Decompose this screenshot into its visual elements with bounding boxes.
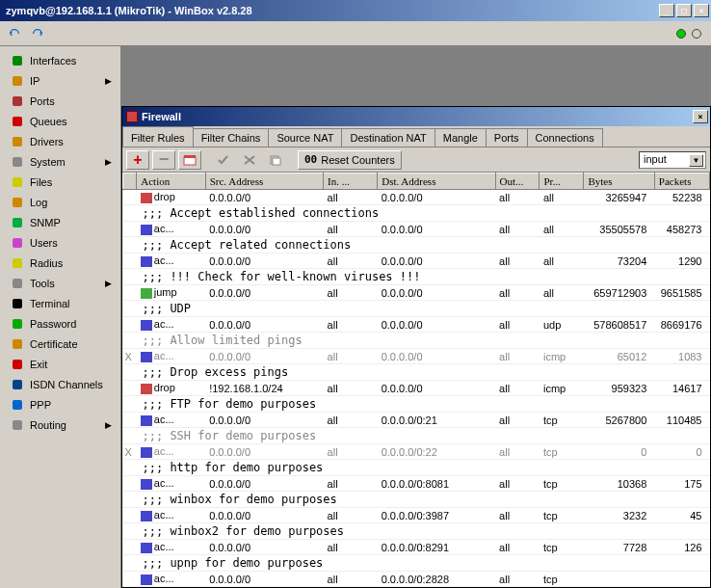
table-row[interactable]: ;;; http for demo purposes — [123, 460, 710, 476]
sidebar-item-tools[interactable]: Tools▶ — [2, 273, 118, 293]
tab-connections[interactable]: Connections — [527, 128, 603, 147]
cell: ac... — [137, 540, 205, 555]
sidebar-item-queues[interactable]: Queues — [2, 111, 118, 131]
cell: all — [495, 254, 540, 269]
cell: 1083 — [654, 349, 709, 364]
col-header[interactable]: Pr... — [540, 174, 584, 190]
remove-rule-button[interactable]: − — [152, 150, 175, 170]
tab-destination-nat[interactable]: Destination NAT — [341, 128, 434, 147]
minimize-button[interactable]: _ — [659, 4, 674, 17]
sidebar-item-certificate[interactable]: Certificate — [2, 334, 118, 354]
redo-button[interactable] — [27, 24, 48, 43]
sidebar-icon — [11, 337, 24, 351]
sidebar-icon — [11, 297, 24, 310]
table-row[interactable]: ;;; winbox2 for demo purposes — [123, 523, 710, 540]
cell: all — [495, 349, 540, 364]
disable-button[interactable] — [238, 150, 261, 170]
tab-source-nat[interactable]: Source NAT — [268, 128, 342, 147]
close-button[interactable]: × — [694, 4, 709, 17]
cell: all — [495, 508, 540, 523]
reset-counters-button[interactable]: 00 Reset Counters — [298, 150, 402, 170]
svg-rect-16 — [13, 380, 22, 389]
table-row[interactable]: ;;; Accept related connections — [123, 237, 710, 254]
table-row[interactable]: Xac...0.0.0.0/0all0.0.0.0/0:22alltcp00 — [123, 444, 710, 460]
sidebar-item-ports[interactable]: Ports — [2, 91, 118, 111]
sidebar-item-users[interactable]: Users — [2, 232, 118, 253]
tab-filter-chains[interactable]: Filter Chains — [193, 128, 270, 147]
chevron-right-icon: ▶ — [105, 420, 112, 430]
sidebar-item-routing[interactable]: Routing▶ — [2, 414, 118, 435]
sidebar-item-files[interactable]: Files — [2, 172, 118, 192]
col-header[interactable]: Out... — [495, 174, 540, 190]
col-header[interactable]: Dst. Address — [378, 174, 495, 190]
table-row[interactable]: ac...0.0.0.0/0all0.0.0.0/0:3987alltcp323… — [123, 508, 710, 523]
table-row[interactable]: ;;; Drop excess pings — [123, 364, 710, 381]
table-row[interactable]: ac...0.0.0.0/0all0.0.0.0/0:2828alltcp — [123, 572, 710, 587]
table-row[interactable]: drop!192.168.1.0/24all0.0.0.0/0allicmp95… — [123, 381, 710, 396]
col-header[interactable]: Packets — [654, 174, 709, 190]
firewall-close-button[interactable]: × — [693, 110, 708, 123]
table-row[interactable]: ;;; Accept established connections — [123, 205, 710, 222]
sidebar-item-ppp[interactable]: PPP — [2, 394, 118, 414]
table-row[interactable]: Xac...0.0.0.0/0all0.0.0.0/0allicmp650121… — [123, 349, 710, 364]
table-row[interactable]: drop0.0.0.0/0all0.0.0.0/0allall326594752… — [123, 190, 710, 205]
sidebar-item-isdn-channels[interactable]: ISDN Channels — [2, 374, 118, 394]
sidebar-item-exit[interactable]: Exit — [2, 354, 118, 374]
chain-select[interactable]: input — [639, 151, 706, 169]
add-rule-button[interactable]: + — [126, 150, 149, 170]
sidebar-item-system[interactable]: System▶ — [2, 151, 118, 172]
sidebar-item-radius[interactable]: Radius — [2, 253, 118, 273]
sidebar-icon — [11, 398, 24, 412]
tab-mangle[interactable]: Mangle — [434, 128, 487, 147]
cell — [584, 572, 654, 587]
cell: 458273 — [654, 222, 709, 237]
firewall-titlebar[interactable]: Firewall × — [122, 107, 710, 126]
table-row[interactable]: jump0.0.0.0/0all0.0.0.0/0allall659712903… — [123, 285, 710, 301]
col-header[interactable]: Bytes — [584, 174, 654, 190]
table-row[interactable]: ac...0.0.0.0/0all0.0.0.0/0allall35505578… — [123, 222, 710, 237]
table-row[interactable]: ;;; Allow limited pings — [123, 333, 710, 349]
sidebar-item-interfaces[interactable]: Interfaces — [2, 50, 118, 70]
table-row[interactable]: ac...0.0.0.0/0all0.0.0.0/0:21alltcp52678… — [123, 413, 710, 428]
table-row[interactable]: ac...0.0.0.0/0all0.0.0.0/0:8291alltcp772… — [123, 540, 710, 555]
col-header[interactable]: In. ... — [324, 174, 378, 190]
sidebar-item-password[interactable]: Password — [2, 313, 118, 334]
cell: ac... — [137, 222, 205, 237]
sidebar-label: Log — [30, 197, 112, 208]
cell: !192.168.1.0/24 — [205, 381, 323, 396]
cell: 0.0.0.0/0 — [205, 413, 323, 428]
sidebar-item-ip[interactable]: IP▶ — [2, 70, 118, 91]
comment-button[interactable] — [178, 150, 201, 170]
table-row[interactable]: ac...0.0.0.0/0all0.0.0.0/0:8081alltcp103… — [123, 476, 710, 492]
sidebar-item-drivers[interactable]: Drivers — [2, 131, 118, 151]
table-row[interactable]: ;;; winbox for demo purposes — [123, 492, 710, 508]
sidebar-item-log[interactable]: Log — [2, 192, 118, 212]
table-row[interactable]: ;;; SSH for demo purposes — [123, 428, 710, 444]
table-row[interactable]: ;;; upnp for demo purposes — [123, 555, 710, 572]
col-header[interactable] — [123, 174, 137, 190]
sidebar-item-snmp[interactable]: SNMP — [2, 212, 118, 232]
col-header[interactable]: Action — [137, 174, 205, 190]
cell: all — [495, 540, 540, 555]
table-row[interactable]: ac...0.0.0.0/0all0.0.0.0/0allall73204129… — [123, 254, 710, 269]
rules-table-wrap[interactable]: ActionSrc. AddressIn. ...Dst. AddressOut… — [122, 173, 710, 587]
sidebar-item-terminal[interactable]: Terminal — [2, 293, 118, 313]
chevron-right-icon: ▶ — [105, 76, 112, 86]
table-row[interactable]: ;;; FTP for demo purposes — [123, 396, 710, 413]
undo-button[interactable] — [4, 24, 25, 43]
col-header[interactable]: Src. Address — [205, 174, 323, 190]
maximize-button[interactable]: □ — [676, 4, 692, 17]
acc-icon — [141, 415, 152, 426]
tab-filter-rules[interactable]: Filter Rules — [122, 126, 194, 147]
cell: all — [495, 190, 540, 205]
sidebar-label: System — [30, 156, 105, 168]
cell: 8669176 — [654, 317, 709, 333]
tab-ports[interactable]: Ports — [486, 128, 528, 147]
table-row[interactable]: ;;; !!! Check for well-known viruses !!! — [123, 269, 710, 285]
sidebar-icon — [11, 317, 24, 331]
cell: tcp — [540, 444, 584, 460]
copy-button[interactable] — [264, 150, 287, 170]
enable-button[interactable] — [212, 150, 235, 170]
table-row[interactable]: ac...0.0.0.0/0all0.0.0.0/0alludp57860851… — [123, 317, 710, 333]
table-row[interactable]: ;;; UDP — [123, 301, 710, 317]
